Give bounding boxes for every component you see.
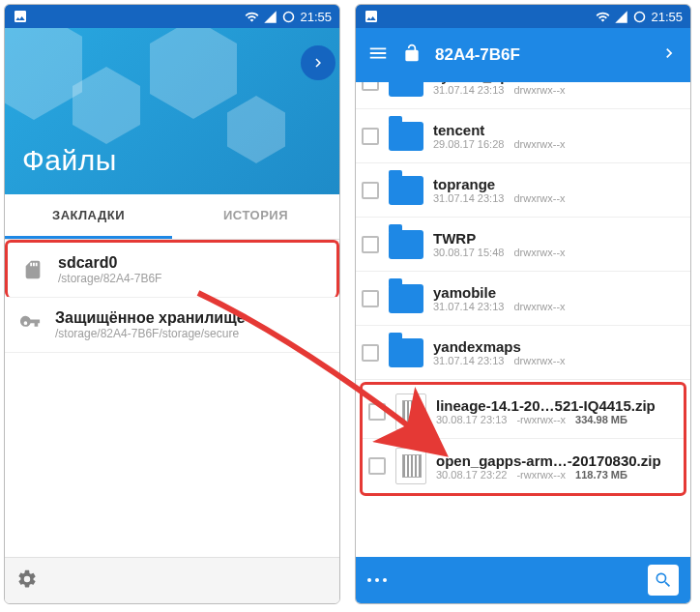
folder-name: TWRP xyxy=(433,230,566,247)
hero-banner: Файлы xyxy=(5,28,339,194)
svg-point-1 xyxy=(635,12,645,21)
status-bar: 21:55 xyxy=(5,5,339,28)
breadcrumb-title[interactable]: 82A4-7B6F xyxy=(435,45,520,65)
hamburger-icon[interactable] xyxy=(367,43,389,68)
zip-highlight-group: lineage-14.1-20…521-IQ4415.zip 30.08.17 … xyxy=(360,382,686,496)
folder-icon xyxy=(389,82,423,97)
tab-history[interactable]: ИСТОРИЯ xyxy=(172,194,339,239)
folder-icon xyxy=(389,284,423,313)
bottom-bar xyxy=(356,557,690,603)
folder-row[interactable]: system_update 31.07.14 23:13drwxrwx--x xyxy=(356,82,690,109)
file-row[interactable]: lineage-14.1-20…521-IQ4415.zip 30.08.17 … xyxy=(363,385,684,439)
checkbox[interactable] xyxy=(362,344,379,362)
search-button[interactable] xyxy=(648,565,679,596)
secure-storage-item[interactable]: Защищённое хранилище /storage/82A4-7B6F/… xyxy=(5,298,339,353)
bottom-bar xyxy=(5,557,339,603)
file-list[interactable]: system_update 31.07.14 23:13drwxrwx--x t… xyxy=(356,82,690,557)
data-icon xyxy=(632,10,647,24)
clock-text: 21:55 xyxy=(300,10,332,24)
folder-row[interactable]: tencent 29.08.17 16:28drwxrwx--x xyxy=(356,109,690,163)
wifi-icon xyxy=(596,10,610,24)
checkbox[interactable] xyxy=(362,82,379,91)
checkbox[interactable] xyxy=(368,403,386,421)
hero-title: Файлы xyxy=(22,144,117,177)
status-bar: 21:55 xyxy=(356,5,690,28)
folder-name: yamobile xyxy=(433,284,566,301)
folder-icon xyxy=(389,230,423,259)
zip-icon xyxy=(395,448,426,484)
phone-right: 21:55 82A4-7B6F system_update 31.07.14 2… xyxy=(355,4,691,604)
file-name: lineage-14.1-20…521-IQ4415.zip xyxy=(436,397,656,414)
key-icon xyxy=(18,314,42,335)
checkbox[interactable] xyxy=(362,182,379,199)
folder-row[interactable]: TWRP 30.08.17 15:48drwxrwx--x xyxy=(356,218,690,272)
wifi-icon xyxy=(245,10,259,24)
tab-bookmarks[interactable]: ЗАКЛАДКИ xyxy=(5,194,172,239)
checkbox[interactable] xyxy=(362,290,379,307)
sdcard-item[interactable]: sdcard0 /storage/82A4-7B6F xyxy=(5,240,339,298)
file-name: open_gapps-arm…-20170830.zip xyxy=(436,452,661,469)
phone-left: 21:55 Файлы ЗАКЛАДКИ ИСТОРИЯ sdcard0 /st… xyxy=(4,4,340,604)
chevron-right-icon[interactable] xyxy=(659,44,679,67)
picture-icon xyxy=(13,9,28,24)
data-icon xyxy=(281,10,296,24)
folder-icon xyxy=(389,176,423,205)
bookmark-list: sdcard0 /storage/82A4-7B6F Защищённое хр… xyxy=(5,240,339,353)
file-row[interactable]: open_gapps-arm…-20170830.zip 30.08.17 23… xyxy=(363,439,684,493)
checkbox[interactable] xyxy=(368,457,386,475)
menu-dots-icon[interactable] xyxy=(367,578,387,582)
folder-row[interactable]: yamobile 31.07.14 23:13drwxrwx--x xyxy=(356,272,690,326)
secure-name: Защищённое хранилище xyxy=(55,309,246,327)
sdcard-name: sdcard0 xyxy=(58,254,161,272)
tabs: ЗАКЛАДКИ ИСТОРИЯ xyxy=(5,194,339,240)
folder-row[interactable]: yandexmaps 31.07.14 23:13drwxrwx--x xyxy=(356,326,690,380)
checkbox[interactable] xyxy=(362,128,379,145)
folder-icon xyxy=(389,338,423,367)
app-bar: 82A4-7B6F xyxy=(356,28,690,82)
sdcard-path: /storage/82A4-7B6F xyxy=(58,272,161,285)
sdcard-icon xyxy=(21,259,44,280)
folder-name: yandexmaps xyxy=(433,338,566,355)
checkbox[interactable] xyxy=(362,236,379,253)
secure-path: /storage/82A4-7B6F/storage/secure xyxy=(55,327,246,340)
zip-icon xyxy=(395,393,426,430)
drawer-chevron[interactable] xyxy=(301,45,335,80)
signal-icon xyxy=(614,10,628,24)
unlock-icon[interactable] xyxy=(402,44,422,67)
settings-icon[interactable] xyxy=(16,568,38,594)
folder-icon xyxy=(389,122,423,151)
clock-text: 21:55 xyxy=(651,10,683,24)
folder-name: toprange xyxy=(433,176,566,192)
folder-row[interactable]: toprange 31.07.14 23:13drwxrwx--x xyxy=(356,163,690,218)
svg-point-0 xyxy=(284,12,294,21)
folder-name: tencent xyxy=(433,122,566,138)
picture-icon xyxy=(364,9,379,24)
signal-icon xyxy=(263,10,277,24)
